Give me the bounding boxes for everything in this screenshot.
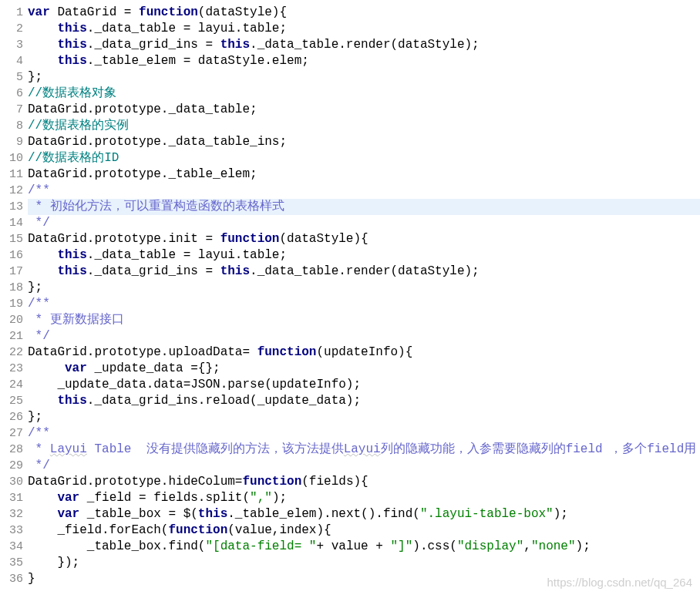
line-number: 1 [0,5,23,21]
line-number: 15 [0,231,23,247]
line-number: 28 [0,442,23,458]
line-number: 8 [0,118,23,134]
line-number: 24 [0,377,23,393]
line-number: 32 [0,506,23,522]
line-number: 22 [0,344,23,361]
code-line[interactable]: //数据表格的ID [28,150,700,166]
code-line[interactable]: */ [28,458,700,474]
line-number: 34 [0,539,23,555]
code-line[interactable]: this._data_grid_ins.reload(_update_data)… [28,393,700,409]
line-number: 7 [0,102,23,118]
code-line[interactable]: this._data_grid_ins = this._data_table.r… [28,264,700,280]
code-line[interactable]: DataGrid.prototype.init = function(dataS… [28,231,700,247]
line-number: 2 [0,21,23,37]
line-number: 33 [0,522,23,539]
line-number: 27 [0,425,23,442]
line-number: 25 [0,393,23,409]
line-number: 19 [0,296,23,312]
line-number: 4 [0,53,23,69]
line-number: 10 [0,150,23,166]
code-line[interactable]: * Layui Table 没有提供隐藏列的方法，该方法提供Layui列的隐藏功… [28,442,700,458]
code-editor[interactable]: 1 2 3 4 5 6 7 8 9 10 11 12 13 14 15 16 1… [0,0,700,592]
code-line[interactable]: }; [28,69,700,86]
line-gutter: 1 2 3 4 5 6 7 8 9 10 11 12 13 14 15 16 1… [0,0,26,592]
code-line[interactable]: _table_box.find("[data-field= "+ value +… [28,539,700,555]
code-line[interactable]: }; [28,280,700,296]
code-line[interactable]: /** [28,425,700,442]
code-line[interactable]: this._data_table = layui.table; [28,247,700,264]
line-number: 20 [0,312,23,328]
line-number: 35 [0,555,23,571]
line-number: 31 [0,490,23,506]
code-line[interactable]: }); [28,555,700,571]
code-line[interactable]: _field.forEach(function(value,index){ [28,522,700,539]
code-line[interactable]: DataGrid.prototype._data_table_ins; [28,134,700,150]
code-line[interactable]: * 更新数据接口 [28,312,700,328]
code-line[interactable]: var _update_data ={}; [28,361,700,377]
line-number: 11 [0,166,23,183]
code-line[interactable]: DataGrid.prototype.uploadData= function(… [28,344,700,361]
code-line[interactable]: } [28,571,700,587]
line-number: 3 [0,37,23,53]
code-line[interactable]: this._data_table = layui.table; [28,21,700,37]
line-number: 5 [0,69,23,86]
code-line[interactable]: DataGrid.prototype._data_table; [28,102,700,118]
line-number: 13 [0,199,23,215]
code-line[interactable]: /** [28,183,700,199]
code-area[interactable]: var DataGrid = function(dataStyle){ this… [26,0,700,592]
code-line-highlighted[interactable]: * 初始化方法，可以重置构造函数的表格样式 [28,199,700,215]
code-line[interactable]: DataGrid.prototype.hideColum=function(fi… [28,474,700,490]
line-number: 30 [0,474,23,490]
line-number: 12 [0,183,23,199]
line-number: 29 [0,458,23,474]
line-number: 16 [0,247,23,264]
line-number: 36 [0,571,23,587]
code-line[interactable]: }; [28,409,700,425]
code-line[interactable]: var _field = fields.split(","); [28,490,700,506]
line-number: 26 [0,409,23,425]
code-line[interactable]: var DataGrid = function(dataStyle){ [28,5,700,21]
line-number: 17 [0,264,23,280]
line-number: 21 [0,328,23,344]
line-number: 23 [0,361,23,377]
code-line[interactable]: var _table_box = $(this._table_elem).nex… [28,506,700,522]
code-line[interactable]: //数据表格对象 [28,86,700,102]
code-line[interactable]: //数据表格的实例 [28,118,700,134]
code-line[interactable]: /** [28,296,700,312]
code-line[interactable]: this._data_grid_ins = this._data_table.r… [28,37,700,53]
line-number: 9 [0,134,23,150]
code-line[interactable]: */ [28,215,700,231]
code-line[interactable]: */ [28,328,700,344]
code-line[interactable]: DataGrid.prototype._table_elem; [28,166,700,183]
code-line[interactable]: _update_data.data=JSON.parse(updateInfo)… [28,377,700,393]
line-number: 6 [0,86,23,102]
line-number: 18 [0,280,23,296]
code-line[interactable]: this._table_elem = dataStyle.elem; [28,53,700,69]
line-number: 14 [0,215,23,231]
